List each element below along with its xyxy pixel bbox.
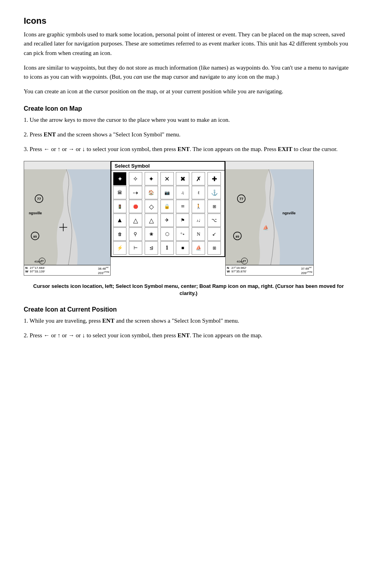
symbol-cell[interactable]: ✧ — [129, 172, 142, 185]
svg-text:ngsville: ngsville — [29, 211, 42, 215]
symbol-cell[interactable]: 📷 — [160, 186, 174, 199]
symbol-cell[interactable]: 🔒 — [160, 200, 174, 213]
svg-text:40mi: 40mi — [237, 260, 243, 263]
svg-text:85: 85 — [33, 235, 37, 238]
symbol-cell[interactable]: ❀ — [145, 227, 158, 241]
symbol-cell[interactable]: ✦ — [145, 172, 158, 185]
step-1: 1. Use the arrow keys to move the cursor… — [24, 115, 353, 125]
symbol-cell[interactable]: ⛵ — [192, 241, 205, 255]
symbol-cell[interactable]: ⚲ — [129, 227, 142, 241]
step2-text1: 2. Press — [24, 131, 43, 138]
symbol-cell[interactable]: ■ — [176, 241, 189, 255]
svg-text:ngsville: ngsville — [283, 211, 296, 215]
intro-p2-italic: can — [134, 74, 142, 80]
map-left-coords: N W 27°17.684' 97°33.139' 38.48mi 203°ma… — [24, 265, 110, 275]
symbol-cell[interactable]: ⊴ — [145, 241, 158, 255]
svg-text:⛵: ⛵ — [263, 225, 269, 231]
map-right-coords: N W 27°19.962' 97°35.876' 37.69mi 209°ma… — [226, 265, 313, 275]
symbol-cell[interactable]: 🏛 — [113, 186, 126, 199]
symbol-cell[interactable]: ⚡ — [113, 241, 126, 255]
map-right-panel: 77 85 ngsville ⛵ 40mi 77 N W 27°19.962' … — [225, 161, 314, 276]
step3-text1: 3. Press ← or ↑ or → or ↓ to select your… — [24, 146, 177, 152]
symbol-cell[interactable]: ⚑ — [176, 214, 189, 227]
symbol-cell[interactable]: 🛑 — [129, 200, 142, 213]
page-content: Icons Icons are graphic symbols used to … — [24, 16, 353, 340]
symbol-cell[interactable]: ⚓ — [207, 186, 221, 199]
symbol-cell[interactable]: ◇ — [145, 200, 158, 213]
symbol-cell[interactable]: ≡ — [176, 200, 189, 213]
symbol-cell[interactable]: ✦ — [113, 172, 126, 185]
section2-step2: 2. Press ← or ↑ or → or ↓ to select your… — [24, 331, 353, 340]
intro-p2-text2: use the map cursor and navigate to any i… — [142, 74, 279, 80]
page-title: Icons — [24, 16, 353, 26]
symbol-cell[interactable]: ✕ — [160, 172, 174, 185]
symbol-cell[interactable]: ✈ — [160, 214, 174, 227]
map-left-panel: 77 85 ngsville 40mi 77 N W 27°17.6 — [24, 161, 111, 276]
svg-text:77: 77 — [243, 260, 246, 263]
symbol-cell[interactable]: ⊢ — [129, 241, 142, 255]
step2-text2: and the screen shows a "Select Icon Symb… — [56, 131, 181, 138]
s2-step1-text2: and the screen shows a "Select Icon Symb… — [115, 318, 239, 324]
symbol-cell[interactable]: ⊞ — [207, 241, 221, 255]
step2-ent: ENT — [43, 131, 56, 138]
svg-text:77: 77 — [41, 260, 44, 263]
step3-text3: to clear the cursor. — [292, 146, 338, 152]
intro-paragraph-1: Icons are graphic symbols used to mark s… — [24, 30, 353, 58]
symbol-grid: ✦ ✧ ✦ ✕ ✖ ✗ ✚ 🏛 ⇢ 🏠 📷 ♫ ℓ ⚓ 🚦 🛑 ◇ 🔒 — [111, 170, 224, 256]
step-3: 3. Press ← or ↑ or → or ↓ to select your… — [24, 145, 353, 154]
symbol-cell[interactable]: △ — [129, 214, 142, 227]
section2-title: Create Icon at Current Position — [24, 306, 353, 313]
svg-text:77: 77 — [37, 197, 41, 201]
step3-text2: . The icon appears on the map. Press — [190, 146, 278, 152]
s2-step2-text1: 2. Press ← or ↑ or → or ↓ to select your… — [24, 332, 177, 338]
symbol-cell[interactable]: ↙ — [207, 227, 221, 241]
symbol-cell[interactable]: ✚ — [207, 172, 221, 185]
select-symbol-panel: Select Symbol ✦ ✧ ✦ ✕ ✖ ✗ ✚ 🏛 ⇢ 🏠 📷 ♫ ℓ … — [111, 161, 225, 257]
symbol-cell[interactable]: ✗ — [192, 172, 205, 185]
select-symbol-title: Select Symbol — [111, 162, 224, 170]
step3-exit: EXIT — [278, 146, 292, 152]
svg-text:85: 85 — [236, 235, 239, 238]
section1-title: Create Icon on Map — [24, 105, 353, 112]
symbol-cell[interactable]: ⊞ — [207, 200, 221, 213]
symbol-cell[interactable]: 1 — [160, 241, 174, 255]
symbol-cell[interactable]: △ — [145, 214, 158, 227]
symbol-cell[interactable]: ⬡ — [160, 227, 174, 241]
step-2: 2. Press ENT and the screen shows a "Sel… — [24, 130, 353, 139]
figure-caption: Cursor selects icon location, left; Sele… — [24, 283, 353, 297]
intro-paragraph-2: Icons are similar to waypoints, but they… — [24, 63, 353, 82]
symbol-cell[interactable]: N — [192, 227, 205, 241]
symbol-cell[interactable]: 🚦 — [113, 200, 126, 213]
s2-step2-ent: ENT — [177, 332, 190, 338]
symbol-cell[interactable]: ✖ — [176, 172, 189, 185]
symbol-cell[interactable]: 🏠 — [145, 186, 158, 199]
s2-step1-ent: ENT — [102, 318, 115, 324]
symbol-cell[interactable]: °∘ — [176, 227, 189, 241]
s2-step1-text1: 1. While you are traveling, press — [24, 318, 102, 324]
symbol-cell[interactable]: ▲ — [113, 214, 126, 227]
symbol-cell[interactable]: ♪♩ — [192, 214, 205, 227]
symbol-cell[interactable]: ⌥ — [207, 214, 221, 227]
symbol-cell[interactable]: 🗑 — [113, 227, 126, 241]
intro-paragraph-3: You can create an icon at the cursor pos… — [24, 87, 353, 96]
symbol-cell[interactable]: ⇢ — [129, 186, 142, 199]
symbol-cell[interactable]: ℓ — [192, 186, 205, 199]
symbol-cell[interactable]: ♫ — [176, 186, 189, 199]
s2-step2-text2: . The icon appears on the map. — [190, 332, 262, 338]
step1-text: 1. Use the arrow keys to move the cursor… — [24, 117, 230, 123]
svg-text:40mi: 40mi — [34, 260, 41, 263]
step3-ent: ENT — [177, 146, 190, 152]
section2-step1: 1. While you are traveling, press ENT an… — [24, 316, 353, 325]
symbol-cell[interactable]: 🚶 — [192, 200, 205, 213]
svg-text:77: 77 — [239, 197, 243, 201]
figure-container: 77 85 ngsville 40mi 77 N W 27°17.6 — [24, 161, 353, 276]
